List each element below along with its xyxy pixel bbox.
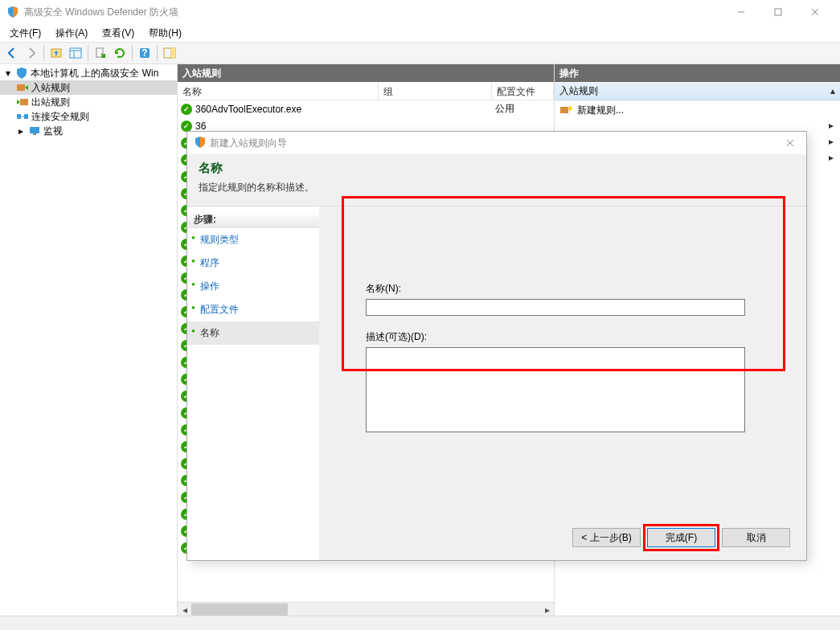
tree-monitor[interactable]: ▸ 监视 <box>0 124 177 138</box>
wizard-step-action[interactable]: 操作 <box>187 275 319 298</box>
toolbar-refresh-button[interactable] <box>111 44 129 62</box>
tree-pane: ▾ 本地计算机 上的高级安全 Win 入站规则 出站规则 连接安全规则 ▸ 监视 <box>0 64 178 616</box>
wizard-content-pane: 名称(N): 描述(可选)(D): < 上一步(B) 完成(F) 取消 <box>319 207 806 560</box>
tree-inbound-label: 入站规则 <box>31 81 70 95</box>
svg-text:?: ? <box>141 47 147 59</box>
scroll-left-arrow[interactable]: ◂ <box>178 603 191 616</box>
wizard-steps-pane: 步骤: 规则类型 程序 操作 配置文件 名称 <box>187 207 319 560</box>
new-inbound-rule-wizard: 新建入站规则向导 名称 指定此规则的名称和描述。 步骤: 规则类型 程序 操作 … <box>186 131 807 561</box>
defender-shield-icon <box>194 136 207 151</box>
wizard-back-button[interactable]: < 上一步(B) <box>572 528 641 547</box>
column-group[interactable]: 组 <box>379 82 492 100</box>
collapse-arrow-icon[interactable]: ▴ <box>830 85 835 96</box>
menu-help[interactable]: 帮助(H) <box>142 25 188 42</box>
svg-rect-21 <box>560 107 568 113</box>
svg-rect-16 <box>17 114 21 119</box>
svg-rect-19 <box>30 127 39 133</box>
svg-rect-5 <box>70 48 81 58</box>
svg-rect-20 <box>33 133 36 135</box>
tree-connection-security[interactable]: 连接安全规则 <box>0 109 177 124</box>
column-profile[interactable]: 配置文件 <box>492 82 554 100</box>
action-new-rule[interactable]: 新建规则... <box>555 100 840 120</box>
inbound-rules-icon <box>16 81 29 94</box>
rule-name-cell: 36 <box>195 121 382 132</box>
toolbar-forward-button[interactable] <box>23 44 40 62</box>
actions-pane-header: 操作 <box>555 64 840 82</box>
wizard-steps-title: 步骤: <box>187 211 319 228</box>
outbound-rules-icon <box>16 96 29 108</box>
wizard-heading: 名称 <box>199 161 795 176</box>
rule-row[interactable]: 360AdvToolExecutor.exe公用 <box>178 100 554 117</box>
svg-rect-14 <box>17 84 25 91</box>
wizard-step-rule-type[interactable]: 规则类型 <box>187 228 319 252</box>
chevron-right-icon[interactable]: ▸ <box>16 126 26 136</box>
svg-rect-15 <box>20 99 28 105</box>
window-minimize-button[interactable] <box>723 0 760 24</box>
toolbar: ? <box>0 42 840 64</box>
tree-outbound-rules[interactable]: 出站规则 <box>0 95 177 109</box>
actions-subheader: 入站规则 ▴ <box>555 82 840 100</box>
label-rule-description: 描述(可选)(D): <box>366 330 745 344</box>
svg-rect-8 <box>96 48 103 57</box>
rule-name-cell: 360AdvToolExecutor.exe <box>195 104 382 115</box>
defender-shield-icon <box>6 6 19 18</box>
rule-name-input[interactable] <box>366 299 745 316</box>
toolbar-export-button[interactable] <box>92 44 109 62</box>
window-titlebar: 高级安全 Windows Defender 防火墙 <box>0 0 840 24</box>
rule-description-input[interactable] <box>366 347 745 432</box>
rule-profile-cell: 公用 <box>495 102 554 116</box>
tree-outbound-label: 出站规则 <box>31 96 70 109</box>
menu-bar: 文件(F) 操作(A) 查看(V) 帮助(H) <box>0 24 840 42</box>
tree-root-label: 本地计算机 上的高级安全 Win <box>31 67 158 80</box>
wizard-header: 名称 指定此规则的名称和描述。 <box>187 154 806 206</box>
action-new-rule-label: 新建规则... <box>577 104 624 117</box>
rules-pane-header: 入站规则 <box>178 64 554 82</box>
wizard-step-program[interactable]: 程序 <box>187 252 319 275</box>
label-rule-name: 名称(N): <box>366 282 745 296</box>
toolbar-help-button[interactable]: ? <box>136 44 154 62</box>
wizard-step-profile[interactable]: 配置文件 <box>187 298 319 321</box>
wizard-cancel-button[interactable]: 取消 <box>722 528 790 547</box>
tree-inbound-rules[interactable]: 入站规则 <box>0 80 177 95</box>
horizontal-scrollbar[interactable]: ◂ ▸ <box>178 602 554 616</box>
toolbar-panes-button[interactable] <box>67 44 84 62</box>
wizard-titlebar: 新建入站规则向导 <box>187 132 806 154</box>
wizard-close-button[interactable] <box>781 133 800 153</box>
svg-rect-13 <box>171 48 175 58</box>
tree-connection-label: 连接安全规则 <box>31 110 89 124</box>
rule-enabled-icon <box>181 121 192 132</box>
toolbar-up-button[interactable] <box>47 44 65 62</box>
wizard-finish-button[interactable]: 完成(F) <box>647 528 715 547</box>
scroll-right-arrow[interactable]: ▸ <box>540 603 554 616</box>
new-rule-icon <box>559 104 572 117</box>
defender-shield-icon <box>15 67 28 80</box>
rule-enabled-icon <box>181 104 192 115</box>
menu-view[interactable]: 查看(V) <box>96 25 141 42</box>
wizard-title: 新建入站规则向导 <box>210 137 781 150</box>
svg-rect-17 <box>24 114 28 119</box>
wizard-subheading: 指定此规则的名称和描述。 <box>199 181 795 194</box>
rules-list-header: 名称 组 配置文件 <box>178 82 554 100</box>
column-name[interactable]: 名称 <box>178 82 379 100</box>
toolbar-back-button[interactable] <box>3 44 21 62</box>
monitor-icon <box>28 125 41 137</box>
menu-file[interactable]: 文件(F) <box>3 25 47 42</box>
toolbar-actionpane-button[interactable] <box>161 44 178 62</box>
menu-action[interactable]: 操作(A) <box>49 25 94 42</box>
chevron-down-icon[interactable]: ▾ <box>3 68 13 78</box>
window-close-button[interactable] <box>797 0 834 24</box>
wizard-step-name[interactable]: 名称 <box>187 321 319 345</box>
window-maximize-button[interactable] <box>760 0 797 24</box>
connection-security-icon <box>16 110 29 123</box>
actions-subheader-label: 入站规则 <box>559 84 598 98</box>
tree-root-row[interactable]: ▾ 本地计算机 上的高级安全 Win <box>0 66 177 80</box>
svg-rect-1 <box>775 9 781 15</box>
window-title: 高级安全 Windows Defender 防火墙 <box>24 6 723 19</box>
scroll-thumb[interactable] <box>191 603 288 616</box>
tree-monitor-label: 监视 <box>43 125 63 138</box>
